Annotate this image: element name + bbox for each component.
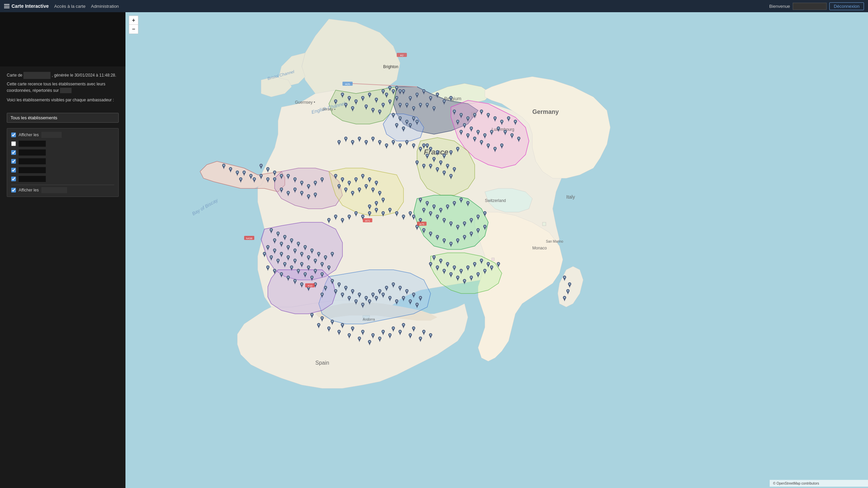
filter-label-5 bbox=[19, 167, 46, 173]
filter-item-6 bbox=[11, 176, 114, 182]
svg-text:A26: A26 bbox=[345, 83, 350, 86]
user-name-box bbox=[793, 3, 827, 10]
welcome-label: Bienvenue bbox=[769, 4, 790, 9]
menu-icon[interactable] bbox=[4, 4, 9, 8]
filter-item-5 bbox=[11, 167, 114, 173]
afficher-label-1: Afficher les bbox=[19, 133, 39, 137]
generated-label: , générée le 30/01/2024 à 11:48:28. bbox=[52, 73, 116, 78]
filter-item-4 bbox=[11, 158, 114, 164]
sidebar-username bbox=[23, 72, 51, 79]
brand-label: Carte Interactive bbox=[12, 3, 49, 9]
navbar-brand: Carte Interactive bbox=[4, 3, 49, 9]
zoom-in-button[interactable]: + bbox=[129, 16, 138, 25]
filter-label-2 bbox=[19, 141, 46, 147]
filter-box-1 bbox=[41, 132, 62, 138]
sidebar-info: Carte de , générée le 30/01/2024 à 11:48… bbox=[0, 66, 125, 111]
filter-checkbox-4[interactable] bbox=[11, 159, 16, 164]
zoom-controls: + − bbox=[129, 16, 138, 34]
svg-text:Spain: Spain bbox=[315, 360, 329, 366]
sidebar-image bbox=[0, 12, 125, 66]
svg-text:A71: A71 bbox=[365, 219, 370, 222]
filter-checkbox-2[interactable] bbox=[11, 141, 16, 146]
filter-item-2 bbox=[11, 141, 114, 147]
sidebar-description: Cette carte recence tous les établisseme… bbox=[7, 81, 119, 94]
platform-link[interactable] bbox=[60, 88, 72, 93]
svg-text:Italy: Italy bbox=[566, 194, 575, 200]
sidebar: Carte de , générée le 30/01/2024 à 11:48… bbox=[0, 12, 125, 488]
filter-label-3 bbox=[19, 149, 46, 156]
svg-text:© OpenStreetMap contributors: © OpenStreetMap contributors bbox=[773, 482, 819, 485]
filter-item-1: Afficher les bbox=[11, 132, 114, 138]
filter-checkbox-5[interactable] bbox=[11, 168, 16, 172]
filter-separator bbox=[11, 185, 114, 185]
svg-text:Guernsey •: Guernsey • bbox=[295, 100, 315, 105]
filter-panel: Afficher les bbox=[7, 128, 119, 197]
map-area[interactable]: + − bbox=[125, 12, 868, 488]
svg-text:San Marino: San Marino bbox=[546, 240, 564, 243]
svg-text:Switzerland: Switzerland bbox=[485, 198, 506, 203]
carte-de-label: Carte de bbox=[7, 73, 22, 78]
map-container[interactable]: + − bbox=[125, 12, 868, 488]
main-content: Carte de , générée le 30/01/2024 à 11:48… bbox=[0, 12, 868, 488]
zoom-out-button[interactable]: − bbox=[129, 25, 138, 34]
svg-text:N436: N436 bbox=[246, 237, 253, 240]
nav-link-admin[interactable]: Administration bbox=[91, 4, 119, 9]
filter-item-3 bbox=[11, 149, 114, 156]
afficher-label-2: Afficher les bbox=[19, 188, 39, 192]
nav-link-carte[interactable]: Accès à la carte bbox=[54, 4, 86, 9]
filter-item-7: Afficher les bbox=[11, 187, 114, 193]
svg-text:A75: A75 bbox=[419, 223, 425, 226]
filter-label-6 bbox=[19, 176, 46, 182]
filter-checkbox-6[interactable] bbox=[11, 177, 16, 181]
map-svg: A26 A2 Brighton English Channel Bristol … bbox=[125, 12, 868, 488]
filter-checkbox-7[interactable] bbox=[11, 188, 16, 192]
svg-text:Germany: Germany bbox=[532, 108, 559, 115]
svg-text:A10: A10 bbox=[308, 284, 313, 287]
ambassadeur-line: Voici les établissements visibles par ch… bbox=[7, 97, 119, 103]
svg-text:Jersey •: Jersey • bbox=[322, 107, 335, 111]
logout-button[interactable]: Déconnexion bbox=[829, 2, 864, 10]
filter-checkbox-1[interactable] bbox=[11, 133, 16, 137]
svg-text:Brighton: Brighton bbox=[383, 64, 398, 69]
svg-text:Luxembourg: Luxembourg bbox=[492, 127, 514, 132]
ambassadeur-dropdown[interactable]: Tous les établissements Par ambassadeur bbox=[7, 113, 119, 123]
navbar: Carte Interactive Accès à la carte Admin… bbox=[0, 0, 868, 12]
navbar-right: Bienvenue Déconnexion bbox=[769, 2, 864, 10]
svg-text:A2: A2 bbox=[400, 54, 403, 57]
svg-text:Andorra: Andorra bbox=[363, 318, 375, 321]
svg-text:Monaco: Monaco bbox=[532, 246, 547, 250]
svg-rect-4 bbox=[542, 222, 546, 226]
carte-de-line: Carte de , générée le 30/01/2024 à 11:48… bbox=[7, 72, 119, 79]
svg-rect-3 bbox=[492, 258, 494, 261]
dropdown-container: Tous les établissements Par ambassadeur bbox=[0, 111, 125, 127]
filter-box-2 bbox=[41, 187, 67, 193]
svg-text:Belgium: Belgium bbox=[444, 96, 461, 101]
filter-label-4 bbox=[19, 158, 46, 164]
filter-checkbox-3[interactable] bbox=[11, 150, 16, 155]
